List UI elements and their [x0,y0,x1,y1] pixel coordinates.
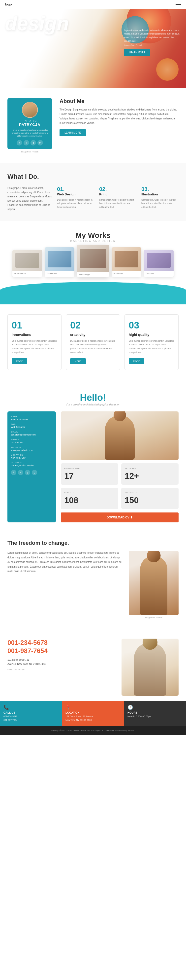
what-left-para: Paragraph. Lorem dolor sit amet, consect… [8,186,52,211]
hello-right-content: AWARDS WON 17 XP YEARS 12+ CLIENTS 108 P… [61,411,178,522]
stat-projects-value: 150 [125,495,175,505]
hello-menu-interest: INTEREST Games, Books, Movies [11,461,52,467]
hello-content-row: NAME Patricia Moorman JOB Web Designer E… [8,411,178,522]
contact-phone-2: 001-987-7654 [8,647,116,655]
works-title: My Works [0,231,186,240]
works-display: Design Work Web Design Print Design Illu… [0,247,186,304]
hello-menu-phone: PHONE 001 555 321 [11,439,52,444]
hello-job-value: Web Designer [11,426,52,428]
what-left-text: Paragraph. Lorem dolor sit amet, consect… [8,186,52,211]
location-icon: 📍 [65,705,121,710]
feature-3-desc: Duis auctor dolor in reprehenderit in vo… [129,339,174,354]
works-section: My Works MARKETING AND DESIGN Design Wor… [0,221,186,304]
contact-address-line2: Avenue, New York, NY 21103-9000 [8,662,116,666]
what-section: What I Do. Paragraph. Lorem dolor sit am… [0,163,186,221]
hours-icon: 🕐 [127,705,183,710]
social-linkedin[interactable]: in [37,140,43,145]
about-title: About Me [59,98,178,105]
hero-section: design Premium Design Amazing Photo Crea… [0,9,186,88]
hello-social-youtube[interactable]: y [25,470,30,475]
hello-social-facebook[interactable]: f [11,470,16,475]
work-card-5[interactable]: Branding [144,250,173,277]
hello-interest-label: INTEREST [11,461,52,464]
what-item-2-num: 02. [99,186,137,192]
hello-subtitle: I'm a creative multitalented graphic des… [8,403,178,406]
feature-2-num: 02 [70,320,116,331]
feature-3-btn[interactable]: MORE [129,358,144,364]
hero-right-text: Dignissim suspendisse in est ante in nib… [124,29,181,43]
feature-card-1: 01 innovations Duis auctor dolor in repr… [8,314,62,370]
freedom-text-col: Lorem ipsum dolor sit amet, consectetur … [8,551,123,574]
about-section: HELLO, I'M PATRYCJA I am a professional … [0,88,186,163]
stat-clients: CLIENTS 108 [61,488,118,509]
social-twitter[interactable]: t [24,140,29,145]
work-card-1[interactable]: Design Work [13,250,42,277]
hello-website-value: www.yourwebsite.com [11,449,52,452]
stat-awards-value: 17 [64,471,115,481]
work-card-4[interactable]: Illustration [111,247,141,277]
what-item-3-title: Illustration [141,192,178,196]
feature-2-title: creativity [70,333,116,337]
hello-menu-location: LOCATION New York, USA [11,454,52,459]
social-icons-row: f t g in [11,140,48,145]
what-item-2-title: Print [99,192,137,196]
footer-bar-hours[interactable]: 🕐 HOURS Mon-Fri 8:00am-5:00pm [124,701,186,726]
hello-email-label: EMAIL [11,431,52,433]
feature-2-btn[interactable]: MORE [70,358,86,364]
contact-person-img [121,639,178,696]
footer-bars: 📞 CALL US 001-234-5678001-987-7654 📍 LOC… [0,701,186,726]
hello-social-row: f t y g [11,470,52,475]
logo: logo [5,3,12,6]
features-section: 01 innovations Duis auctor dolor in repr… [0,304,186,380]
social-facebook[interactable]: f [17,140,22,145]
hero-learn-more-btn[interactable]: LEARN MORE [124,49,150,56]
tagline-3: Creative Ideas [5,56,69,59]
what-item-3-num: 03. [141,186,178,192]
tagline-2: Amazing Photo [5,51,69,54]
what-item-1-desc: Duis auctor dolor in reprehenderit in vo… [57,198,94,209]
hello-location-value: New York, USA [11,457,52,459]
hello-social-twitter[interactable]: t [18,470,23,475]
about-body: The Design Blog features carefully selec… [59,108,178,126]
stat-xp-label: XP YEARS [125,467,175,469]
footer-bar-call[interactable]: 📞 CALL US 001-234-5678001-987-7654 [0,701,62,726]
footer-credit-text: Copyright © 2022 · Click to write the te… [5,729,181,732]
feature-1-num: 01 [12,320,57,331]
feature-card-3: 03 hight quality Duis auctor dolor in re… [124,314,178,370]
contact-content-row: 001-234-5678 001-987-7654 121 Rock Stree… [8,639,178,696]
hero-img-credit: Images from Freepik [124,44,181,46]
hello-job-label: JOB [11,423,52,425]
social-google[interactable]: g [30,140,36,145]
hello-phone-value: 001 555 321 [11,441,52,444]
footer-bar-location[interactable]: 📍 LOCATION 121 Rock Street, 21 AvenueNew… [62,701,124,726]
feature-3-title: hight quality [129,333,174,337]
hamburger-menu[interactable] [176,3,181,6]
feature-1-desc: Duis auctor dolor in reprehenderit in vo… [12,339,57,354]
contact-img-credit: Image from Freepik [8,668,116,670]
hello-phone-label: PHONE [11,439,52,441]
hello-email-value: soc.greet@example.com [11,434,52,436]
hello-header: Hello! I'm a creative multitalented grap… [8,392,178,406]
freedom-person-img [129,551,178,615]
hello-social-google[interactable]: g [32,470,37,475]
hello-left-card: NAME Patricia Moorman JOB Web Designer E… [8,411,56,522]
contact-img-col [121,639,178,696]
download-cv-btn[interactable]: DOWNLOAD CV ⬇ [61,512,178,522]
hours-value: Mon-Fri 8:00am-5:00pm [127,714,183,718]
what-item-3-desc: Sample text. Click to select the text bo… [141,198,178,209]
feature-1-title: innovations [12,333,57,337]
works-header: My Works MARKETING AND DESIGN [0,231,186,242]
tagline-1: Premium Design [5,46,69,50]
hello-name-label: NAME [11,415,52,418]
hero-taglines: Premium Design Amazing Photo Creative Id… [5,46,69,64]
work-card-3[interactable]: Print Design [77,245,109,277]
feature-1-btn[interactable]: MORE [12,358,27,364]
about-learn-more-btn[interactable]: LEARN MORE [59,129,86,136]
stat-projects: PROJECTS 150 [121,488,179,509]
work-card-2[interactable]: Web Design [45,247,75,277]
contact-text-col: 001-234-5678 001-987-7654 121 Rock Stree… [8,639,116,670]
hello-menu-email: EMAIL soc.greet@example.com [11,431,52,436]
what-item-1: 01. Web Design Duis auctor dolor in repr… [57,186,94,211]
about-card-container: HELLO, I'M PATRYCJA I am a professional … [8,98,52,153]
hello-interest-value: Games, Books, Movies [11,464,52,467]
